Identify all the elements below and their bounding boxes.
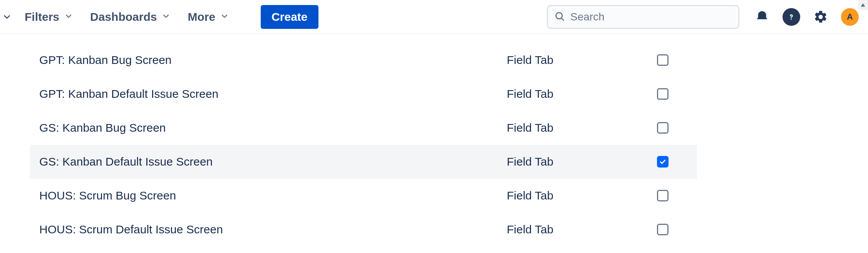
nav-more[interactable]: More — [188, 10, 229, 23]
screen-name: GS: Kanban Bug Screen — [39, 121, 507, 134]
table-row[interactable]: GS: Kanban Default Issue ScreenField Tab — [30, 145, 697, 179]
table-row[interactable]: GPT: Kanban Default Issue ScreenField Ta… — [30, 77, 697, 111]
avatar[interactable]: A — [841, 8, 859, 26]
svg-line-1 — [561, 18, 563, 20]
screen-checkbox[interactable] — [657, 190, 669, 201]
table-row[interactable]: GPT: Kanban Bug ScreenField Tab — [30, 43, 697, 77]
search-box[interactable] — [547, 5, 739, 29]
screen-list: GPT: Kanban Bug ScreenField TabGPT: Kanb… — [0, 34, 697, 246]
nav-more-label: More — [188, 10, 215, 23]
svg-point-2 — [791, 18, 792, 20]
screen-tab: Field Tab — [507, 223, 638, 236]
screen-name: GS: Kanban Default Issue Screen — [39, 155, 507, 168]
screen-checkbox[interactable] — [657, 88, 669, 100]
screen-checkbox[interactable] — [657, 156, 669, 168]
nav-filters-label: Filters — [25, 10, 59, 23]
screen-checkbox-cell — [638, 122, 688, 134]
table-row[interactable]: GS: Kanban Bug ScreenField Tab — [30, 111, 697, 145]
screen-checkbox-cell — [638, 156, 688, 168]
help-icon[interactable] — [783, 8, 800, 26]
settings-icon[interactable] — [812, 8, 829, 26]
create-button[interactable]: Create — [261, 5, 318, 29]
nav-dashboards[interactable]: Dashboards — [90, 10, 171, 23]
chevron-down-icon — [220, 10, 229, 23]
table-row[interactable]: HOUS: Scrum Default Issue ScreenField Ta… — [30, 213, 697, 246]
screen-checkbox-cell — [638, 88, 688, 100]
chevron-down-icon — [161, 10, 171, 23]
chevron-down-icon — [64, 10, 73, 23]
notifications-icon[interactable] — [753, 8, 771, 26]
screen-tab: Field Tab — [507, 54, 638, 67]
screen-name: GPT: Kanban Bug Screen — [39, 54, 507, 67]
nav-dashboards-label: Dashboards — [90, 10, 157, 23]
screen-checkbox[interactable] — [657, 54, 669, 66]
screen-checkbox-cell — [638, 190, 688, 201]
screen-tab: Field Tab — [507, 189, 638, 202]
search-icon — [554, 11, 565, 23]
nav-filters[interactable]: Filters — [25, 10, 73, 23]
screen-tab: Field Tab — [507, 155, 638, 168]
topbar: Filters Dashboards More Create — [0, 0, 868, 34]
table-row[interactable]: HOUS: Scrum Bug ScreenField Tab — [30, 179, 697, 213]
avatar-initial: A — [847, 12, 853, 22]
search-input[interactable] — [570, 11, 732, 23]
screen-name: HOUS: Scrum Bug Screen — [39, 189, 507, 202]
screen-checkbox-cell — [638, 54, 688, 66]
nav-left: Filters Dashboards More Create — [25, 5, 318, 29]
topbar-icons: A — [753, 8, 859, 26]
screen-checkbox[interactable] — [657, 224, 669, 235]
screen-tab: Field Tab — [507, 121, 638, 134]
screen-tab: Field Tab — [507, 87, 638, 101]
nav-overflow-chevron[interactable] — [0, 12, 14, 22]
screen-checkbox[interactable] — [657, 122, 669, 134]
screen-name: HOUS: Scrum Default Issue Screen — [39, 223, 507, 236]
screen-name: GPT: Kanban Default Issue Screen — [39, 87, 507, 101]
screen-checkbox-cell — [638, 224, 688, 235]
